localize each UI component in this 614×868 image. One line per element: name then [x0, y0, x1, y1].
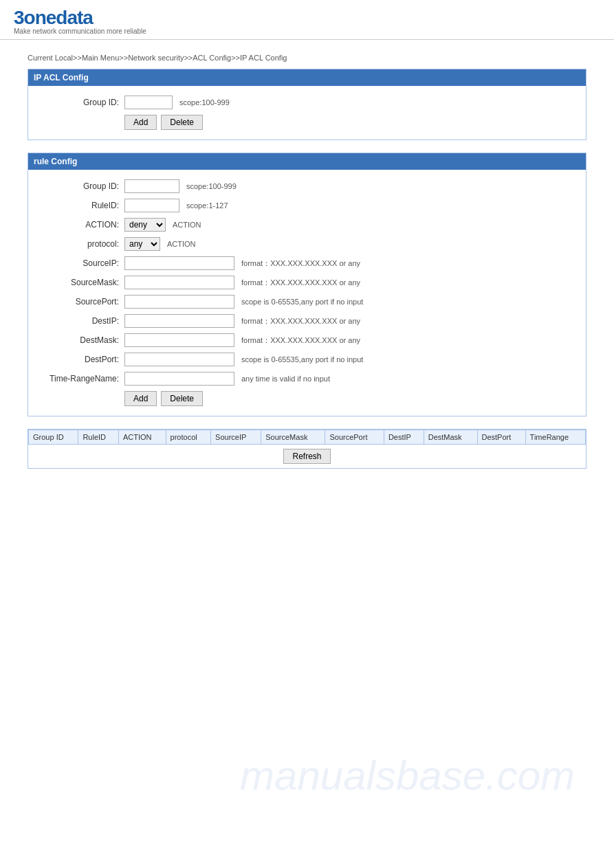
- source-mask-row: SourceMask: format：XXX.XXX.XXX.XXX or an…: [35, 276, 579, 289]
- rule-group-id-label: Group ID:: [35, 181, 124, 191]
- dest-mask-label: DestMask:: [35, 335, 124, 345]
- ip-acl-add-button[interactable]: Add: [124, 115, 157, 130]
- dest-ip-hint: format：XXX.XXX.XXX.XXX or any: [241, 316, 360, 326]
- rule-config-body: Group ID: scope:100-999 RuleID: scope:1-…: [28, 170, 586, 416]
- dest-ip-input[interactable]: [124, 314, 234, 328]
- dest-mask-row: DestMask: format：XXX.XXX.XXX.XXX or any: [35, 333, 579, 347]
- ip-acl-config-header: IP ACL Config: [28, 69, 586, 86]
- source-port-input[interactable]: [124, 295, 234, 309]
- col-source-port: SourcePort: [325, 430, 384, 445]
- dest-ip-row: DestIP: format：XXX.XXX.XXX.XXX or any: [35, 314, 579, 328]
- rule-delete-button[interactable]: Delete: [161, 391, 203, 406]
- rule-group-id-row: Group ID: scope:100-999: [35, 179, 579, 193]
- dest-mask-input[interactable]: [124, 333, 234, 347]
- action-label: ACTION:: [35, 220, 124, 230]
- protocol-label: protocol:: [35, 239, 124, 249]
- source-port-label: SourcePort:: [35, 297, 124, 307]
- logo-tagline: Make network communication more reliable: [14, 27, 600, 35]
- action-hint: ACTION: [173, 221, 201, 229]
- refresh-row: Refresh: [28, 445, 586, 468]
- rule-id-input[interactable]: [124, 199, 179, 212]
- rule-id-hint: scope:1-127: [186, 201, 228, 210]
- action-row: ACTION: deny permit ACTION: [35, 218, 579, 232]
- dest-mask-hint: format：XXX.XXX.XXX.XXX or any: [241, 335, 360, 346]
- logo: 3onedata Make network communication more…: [14, 7, 600, 35]
- col-dest-port: DestPort: [477, 430, 525, 445]
- col-protocol: protocol: [166, 430, 211, 445]
- source-port-hint: scope is 0-65535,any port if no input: [241, 298, 363, 306]
- ip-acl-btn-row: Add Delete: [124, 115, 579, 130]
- source-mask-hint: format：XXX.XXX.XXX.XXX or any: [241, 278, 360, 288]
- group-id-label: Group ID:: [35, 98, 124, 107]
- dest-port-input[interactable]: [124, 353, 234, 366]
- table-header-row: Group ID RuleID ACTION protocol SourceIP…: [29, 430, 586, 445]
- rule-add-button[interactable]: Add: [124, 391, 157, 406]
- logo-text: 3onedata: [14, 7, 93, 28]
- dest-port-label: DestPort:: [35, 355, 124, 364]
- ip-acl-config-body: Group ID: scope:100-999 Add Delete: [28, 86, 586, 140]
- time-range-hint: any time is valid if no input: [241, 375, 330, 383]
- rule-btn-row: Add Delete: [124, 391, 579, 406]
- acl-table-section: Group ID RuleID ACTION protocol SourceIP…: [28, 429, 586, 469]
- group-id-row: Group ID: scope:100-999: [35, 96, 579, 109]
- col-source-ip: SourceIP: [211, 430, 261, 445]
- col-action: ACTION: [119, 430, 166, 445]
- col-dest-ip: DestIP: [384, 430, 424, 445]
- source-port-row: SourcePort: scope is 0-65535,any port if…: [35, 295, 579, 309]
- rule-config-section: rule Config Group ID: scope:100-999 Rule…: [28, 153, 586, 416]
- time-range-label: Time-RangeName:: [35, 374, 124, 383]
- protocol-select[interactable]: any tcp udp icmp: [124, 237, 160, 251]
- dest-port-hint: scope is 0-65535,any port if no input: [241, 355, 363, 364]
- ip-acl-config-section: IP ACL Config Group ID: scope:100-999 Ad…: [28, 69, 586, 140]
- col-source-mask: SourceMask: [261, 430, 325, 445]
- group-id-hint: scope:100-999: [179, 98, 230, 107]
- rule-id-label: RuleID:: [35, 201, 124, 210]
- rule-id-row: RuleID: scope:1-127: [35, 199, 579, 212]
- ip-acl-delete-button[interactable]: Delete: [161, 115, 203, 130]
- col-group-id: Group ID: [29, 430, 78, 445]
- source-ip-hint: format：XXX.XXX.XXX.XXX or any: [241, 258, 360, 269]
- rule-config-header: rule Config: [28, 153, 586, 170]
- dest-ip-label: DestIP:: [35, 316, 124, 326]
- rule-group-id-input[interactable]: [124, 179, 179, 193]
- source-ip-input[interactable]: [124, 256, 234, 270]
- acl-table: Group ID RuleID ACTION protocol SourceIP…: [28, 430, 586, 445]
- rule-group-id-hint: scope:100-999: [186, 182, 237, 190]
- col-time-range: TimeRange: [525, 430, 585, 445]
- group-id-input[interactable]: [124, 96, 173, 109]
- time-range-input[interactable]: [124, 372, 234, 386]
- time-range-row: Time-RangeName: any time is valid if no …: [35, 372, 579, 386]
- source-mask-input[interactable]: [124, 276, 234, 289]
- breadcrumb: Current Local>>Main Menu>>Network securi…: [28, 54, 586, 62]
- source-mask-label: SourceMask:: [35, 278, 124, 287]
- protocol-hint: ACTION: [167, 240, 196, 248]
- protocol-row: protocol: any tcp udp icmp ACTION: [35, 237, 579, 251]
- source-ip-row: SourceIP: format：XXX.XXX.XXX.XXX or any: [35, 256, 579, 270]
- refresh-button[interactable]: Refresh: [283, 449, 330, 464]
- col-rule-id: RuleID: [78, 430, 119, 445]
- header: 3onedata Make network communication more…: [0, 0, 614, 40]
- dest-port-row: DestPort: scope is 0-65535,any port if n…: [35, 353, 579, 366]
- source-ip-label: SourceIP:: [35, 258, 124, 268]
- col-dest-mask: DestMask: [424, 430, 477, 445]
- action-select[interactable]: deny permit: [124, 218, 166, 232]
